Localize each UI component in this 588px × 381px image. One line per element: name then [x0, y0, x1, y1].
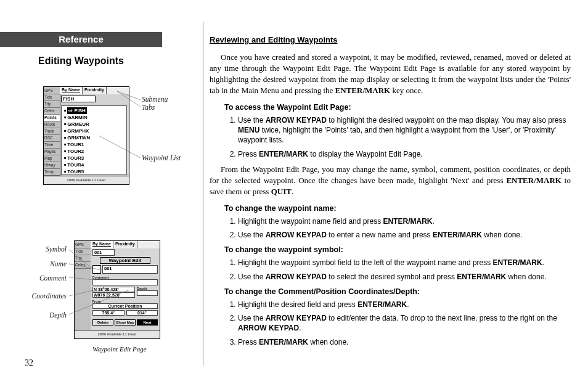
coord-lon: W076 22.528'	[92, 292, 135, 298]
submenu-tabs: By NameProximity	[91, 241, 160, 248]
intro-tail: key once.	[390, 86, 423, 95]
side-tab: Temp	[44, 169, 60, 176]
callout-coordinates: Coordinates	[26, 292, 67, 300]
top-tab: By Name	[60, 87, 83, 94]
section-title: Editing Waypoints	[0, 55, 162, 67]
step-item: Press ENTER/MARK to display the Waypoint…	[238, 149, 571, 159]
key-enter-mark: ENTER/MARK	[506, 176, 561, 185]
step-item: Highlight the waypoint name field and pr…	[238, 216, 571, 226]
distance-value: 014°	[126, 310, 158, 316]
top-tab: Proximity	[113, 241, 137, 248]
callout-waypoint-list: Waypoint List	[142, 154, 181, 162]
left-column: Reference Editing Waypoints 32 GPSTideTr…	[0, 0, 203, 381]
step-item: Use the ARROW KEYPAD to highlight the de…	[238, 115, 571, 145]
waypoint-item: TOUR2	[64, 148, 125, 155]
waypoint-item: GRMEUR	[64, 121, 125, 128]
waypoint-item: GRMTWN	[64, 134, 125, 141]
side-tab: Track	[44, 128, 60, 135]
ccd-head: To change the Comment/Position Coordinat…	[224, 287, 571, 297]
middle-paragraph: From the Waypoint Edit Page, you may cha…	[210, 164, 571, 197]
dialog-title: Waypoint Edit	[100, 257, 150, 264]
callout-name: Name	[42, 260, 67, 268]
key-quit: QUIT	[271, 187, 292, 196]
waypoint-item: TOUR1	[64, 141, 125, 148]
name-head: To change the waypoint name:	[224, 203, 571, 214]
top-tab: By Name	[91, 241, 113, 248]
depth-field: _____	[137, 290, 158, 296]
reference-header: Reference	[0, 32, 162, 47]
from-value: Current Position	[92, 303, 158, 309]
callout-comment: Comment	[34, 274, 67, 282]
side-tab: Trip	[75, 255, 91, 262]
name-steps: Highlight the waypoint name field and pr…	[224, 216, 571, 240]
dialog-button: Next	[137, 319, 158, 326]
status-bar: 2989 Available 11 Used	[75, 330, 160, 338]
from-label: From	[91, 299, 160, 303]
page: Reference Editing Waypoints 32 GPSTideTr…	[0, 0, 588, 381]
top-tab: Proximity	[83, 87, 107, 94]
callout-submenu-tabs: Submenu Tabs	[142, 96, 179, 112]
side-tab-strip: GPSTideTripCelesPointsRouteTrackDSCTimeP…	[44, 87, 60, 176]
side-tab: Celes	[44, 108, 60, 115]
waypoint-item: GRMPHX	[64, 128, 125, 134]
coord-lat: N 38°00.428'	[92, 287, 135, 292]
step-item: Use the ARROW KEYPAD to select the desir…	[238, 272, 571, 282]
edit-dialog: 001 Waypoint Edit 001 Comment N 38°00.42…	[91, 248, 160, 330]
side-tab: Trip	[44, 101, 60, 108]
symbol-steps: Highlight the waypoint symbol field to t…	[224, 258, 571, 281]
filter-field: FISH	[61, 96, 96, 102]
side-tab: Tide	[44, 94, 60, 101]
side-tab: Route	[44, 121, 60, 128]
name-field: 001	[102, 265, 158, 274]
callout-depth: Depth	[42, 311, 67, 319]
access-head: To access the Waypoint Edit Page:	[224, 102, 571, 113]
side-tab: Celes	[75, 262, 91, 269]
status-bar: 2989 Available 11 Used	[44, 176, 129, 184]
ccd-steps: Highlight the desired field and press EN…	[224, 300, 571, 347]
page-number: 32	[25, 358, 33, 368]
step-item: Use the ARROW KEYPAD to enter a new name…	[238, 230, 571, 240]
waypoint-list: ⇨ FISHGARMINGRMEURGRMPHXGRMTWNTOUR1TOUR2…	[61, 105, 127, 175]
button-row: DeleteShow MapNext	[92, 319, 158, 326]
step-item: Highlight the desired field and press EN…	[238, 300, 571, 309]
waypoint-item: ⇨ FISH	[64, 107, 125, 114]
side-tab: GPS	[44, 88, 60, 94]
comment-label: Comment	[91, 275, 160, 279]
screenshot-waypoint-edit: GPSTideTripCeles By NameProximity 001 Wa…	[74, 240, 160, 339]
intro-paragraph: Once you have created and stored a waypo…	[210, 52, 571, 96]
bearing-value: 758.4°	[92, 310, 125, 316]
comment-field	[92, 279, 158, 285]
column-divider	[203, 22, 203, 366]
name-block: To change the waypoint name: Highlight t…	[224, 203, 571, 347]
side-tab: DSC	[44, 135, 60, 142]
waypoint-item: TOUR5	[64, 168, 125, 175]
dialog-button: Delete	[92, 319, 113, 326]
step-item: Press ENTER/MARK when done.	[238, 337, 571, 347]
side-tab: Points	[44, 115, 60, 121]
symbol-field	[92, 265, 101, 274]
side-tab: Time	[44, 142, 60, 149]
dialog-button: Show Map	[115, 319, 136, 326]
screenshot-waypoint-list: GPSTideTripCelesPointsRouteTrackDSCTimeP…	[43, 86, 129, 185]
right-column: Reviewing and Editing Waypoints Once you…	[210, 35, 571, 352]
side-tab: Tide	[75, 248, 91, 255]
callout-symbol: Symbol	[42, 245, 67, 253]
step-item: Use the ARROW KEYPAD to edit/enter the d…	[238, 313, 571, 333]
waypoint-item: TOUR4	[64, 162, 125, 168]
side-tab: Pages	[44, 149, 60, 155]
waypoint-item: TOUR3	[64, 155, 125, 162]
symbol-head: To change the waypoint symbol:	[224, 245, 571, 255]
step-item: Highlight the waypoint symbol field to t…	[238, 258, 571, 268]
side-tab: Hiway	[44, 162, 60, 169]
screenshot-caption: Waypoint Edit Page	[92, 345, 147, 353]
side-tab: GPS	[75, 242, 91, 248]
filter-field: 001	[92, 249, 115, 256]
submenu-tabs: By NameProximity	[60, 87, 129, 94]
waypoint-item: GARMIN	[64, 114, 125, 121]
key-enter-mark: ENTER/MARK	[335, 86, 391, 95]
access-block: To access the Waypoint Edit Page: Use th…	[224, 102, 571, 159]
side-tab-strip: GPSTideTripCeles	[75, 241, 91, 330]
access-steps: Use the ARROW KEYPAD to highlight the de…	[224, 115, 571, 159]
side-tab: Map	[44, 155, 60, 162]
section-heading: Reviewing and Editing Waypoints	[210, 35, 571, 46]
